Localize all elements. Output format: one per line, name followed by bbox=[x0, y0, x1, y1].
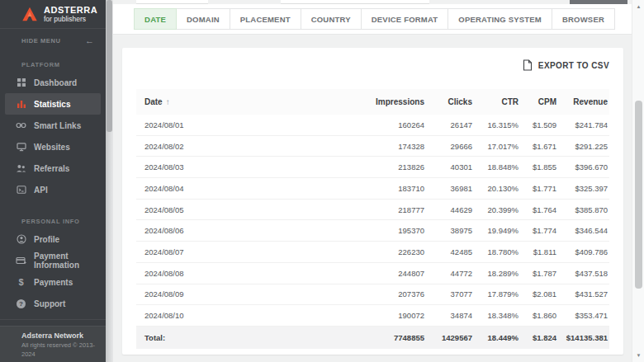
cell-revenue: $409.786 bbox=[556, 247, 609, 256]
cell-date: 2024/08/04 bbox=[136, 184, 346, 193]
sidebar-item-api[interactable]: API bbox=[5, 179, 101, 200]
cell-cpm: $1.787 bbox=[519, 269, 556, 278]
sidebar-item-payment-information[interactable]: Payment Information bbox=[5, 250, 101, 271]
statistics-card: EXPORT TO CSV Date↑ Impressions Clicks C… bbox=[122, 48, 623, 355]
cell-cpm: $1.855 bbox=[519, 162, 556, 172]
cell-ctr: 17.017% bbox=[472, 142, 519, 151]
cell-ctr: 16.315% bbox=[472, 120, 519, 129]
cell-revenue: $437.518 bbox=[556, 269, 609, 278]
main-content: Group by: DATE DOMAIN PLACEMENT COUNTRY … bbox=[113, 0, 632, 362]
table-row: 2024/08/07 226230 42485 18.780% $1.811 $… bbox=[136, 242, 609, 263]
group-by-tabs: DATE DOMAIN PLACEMENT COUNTRY DEVICE FOR… bbox=[135, 8, 615, 30]
sidebar-item-label: Statistics bbox=[34, 100, 70, 109]
cell-revenue: $291.225 bbox=[556, 142, 609, 151]
cell-revenue: $241.784 bbox=[556, 120, 609, 129]
column-header-ctr[interactable]: CTR bbox=[472, 97, 519, 106]
cell-ctr: 18.289% bbox=[472, 269, 519, 278]
cell-date: 2024/08/02 bbox=[136, 142, 346, 151]
statistics-table: Date↑ Impressions Clicks CTR CPM Revenue… bbox=[136, 89, 609, 349]
tab-operating-system[interactable]: OPERATING SYSTEM bbox=[447, 8, 552, 30]
cell-date: 2024/08/06 bbox=[136, 226, 346, 235]
scroll-up-icon[interactable]: ▲ bbox=[632, 2, 644, 12]
cell-clicks: 26147 bbox=[424, 120, 472, 129]
profile-icon bbox=[16, 234, 26, 245]
cell-impressions: 244807 bbox=[346, 269, 424, 278]
footer-copyright: All rights reserved © 2013-2024 bbox=[21, 341, 106, 359]
sidebar-item-label: Referrals bbox=[34, 164, 69, 173]
column-header-cpm[interactable]: CPM bbox=[519, 97, 556, 106]
column-header-clicks[interactable]: Clicks bbox=[424, 97, 472, 106]
cell-clicks: 42485 bbox=[424, 247, 472, 256]
sidebar-scrollbar[interactable] bbox=[106, 0, 113, 362]
cell-impressions: 218777 bbox=[346, 205, 424, 214]
cell-date: 2024/08/01 bbox=[136, 120, 346, 129]
tab-date[interactable]: DATE bbox=[134, 8, 177, 30]
sidebar-item-websites[interactable]: Websites bbox=[5, 136, 101, 157]
hide-menu-button[interactable]: HIDE MENU ← bbox=[0, 31, 106, 50]
monitor-icon bbox=[16, 142, 26, 153]
sidebar-item-referrals[interactable]: Referrals bbox=[5, 157, 101, 179]
cell-date: 2024/08/07 bbox=[136, 247, 346, 256]
sidebar-item-support[interactable]: ? Support bbox=[5, 293, 101, 314]
column-header-impressions[interactable]: Impressions bbox=[346, 97, 424, 106]
table-row: 2024/08/09 207376 37077 17.879% $2.081 $… bbox=[136, 284, 609, 306]
arrow-left-icon: ← bbox=[85, 35, 94, 45]
cell-ctr: 18.848% bbox=[472, 162, 519, 172]
table-header-row: Date↑ Impressions Clicks CTR CPM Revenue bbox=[136, 89, 609, 115]
cell-impressions: 226230 bbox=[346, 247, 424, 256]
export-label: EXPORT TO CSV bbox=[538, 61, 609, 70]
column-header-revenue[interactable]: Revenue bbox=[556, 97, 609, 106]
cell-ctr: 20.399% bbox=[472, 205, 519, 214]
vertical-scrollbar[interactable]: ▲ ▼ bbox=[632, 0, 644, 362]
cell-clicks: 34874 bbox=[424, 311, 472, 320]
cell-revenue: $325.397 bbox=[556, 184, 609, 193]
tab-placement[interactable]: PLACEMENT bbox=[230, 8, 301, 30]
table-row: 2024/08/08 244807 44772 18.289% $1.787 $… bbox=[136, 263, 609, 284]
tab-device-format[interactable]: DEVICE FORMAT bbox=[361, 8, 449, 30]
export-to-csv-button[interactable]: EXPORT TO CSV bbox=[523, 59, 609, 71]
cell-cpm: $1.771 bbox=[519, 184, 556, 193]
cell-ctr: 18.348% bbox=[472, 311, 519, 320]
cell-clicks: 38975 bbox=[424, 226, 472, 235]
table-row: 2024/08/02 174328 29666 17.017% $1.671 $… bbox=[136, 136, 609, 157]
cell-impressions: 160264 bbox=[346, 120, 424, 129]
tab-browser[interactable]: BROWSER bbox=[552, 8, 615, 30]
link-icon bbox=[16, 120, 26, 131]
cell-clicks: 44772 bbox=[424, 269, 472, 278]
sidebar-item-profile[interactable]: Profile bbox=[5, 228, 101, 250]
column-header-date[interactable]: Date↑ bbox=[136, 97, 346, 106]
cell-date: 2024/08/08 bbox=[136, 269, 346, 278]
sidebar-item-smart-links[interactable]: Smart Links bbox=[5, 115, 101, 136]
credit-card-icon bbox=[16, 256, 26, 266]
cell-impressions: 195370 bbox=[346, 226, 424, 235]
sort-asc-icon: ↑ bbox=[166, 97, 170, 106]
sidebar-scrollbar-thumb[interactable] bbox=[107, 0, 112, 132]
question-icon: ? bbox=[16, 299, 26, 309]
cell-impressions: 213826 bbox=[346, 162, 424, 172]
adsterra-logo[interactable]: ADSTERRA for publishers bbox=[0, 0, 106, 28]
logo-title: ADSTERRA bbox=[44, 6, 97, 15]
cell-clicks: 36981 bbox=[424, 184, 472, 193]
tab-domain[interactable]: DOMAIN bbox=[176, 8, 230, 30]
cell-impressions: 190072 bbox=[346, 311, 424, 320]
sidebar-item-label: Payment Information bbox=[34, 252, 94, 270]
scroll-down-icon[interactable]: ▼ bbox=[632, 350, 644, 360]
scrollbar-thumb[interactable] bbox=[635, 101, 642, 289]
dashboard-icon bbox=[16, 78, 26, 88]
table-row: 2024/08/06 195370 38975 19.949% $1.774 $… bbox=[136, 220, 609, 242]
sidebar-item-dashboard[interactable]: Dashboard bbox=[5, 72, 101, 93]
total-cpm: $1.824 bbox=[519, 333, 556, 342]
cell-date: 2024/08/03 bbox=[136, 162, 346, 172]
cell-cpm: $1.860 bbox=[519, 311, 556, 320]
table-row: 2024/08/01 160264 26147 16.315% $1.509 $… bbox=[136, 115, 609, 136]
sidebar-item-statistics[interactable]: Statistics bbox=[5, 93, 101, 115]
sidebar-item-payments[interactable]: $ Payments bbox=[5, 271, 101, 293]
cell-cpm: $1.811 bbox=[519, 247, 556, 256]
platform-section-label: PLATFORM bbox=[0, 50, 106, 68]
sidebar-item-label: Profile bbox=[34, 235, 59, 244]
cell-clicks: 44629 bbox=[424, 205, 472, 214]
cell-revenue: $431.527 bbox=[556, 289, 609, 299]
tab-country[interactable]: COUNTRY bbox=[301, 8, 362, 30]
table-row: 2024/08/10 190072 34874 18.348% $1.860 $… bbox=[136, 305, 609, 327]
sidebar-item-label: API bbox=[34, 186, 48, 195]
